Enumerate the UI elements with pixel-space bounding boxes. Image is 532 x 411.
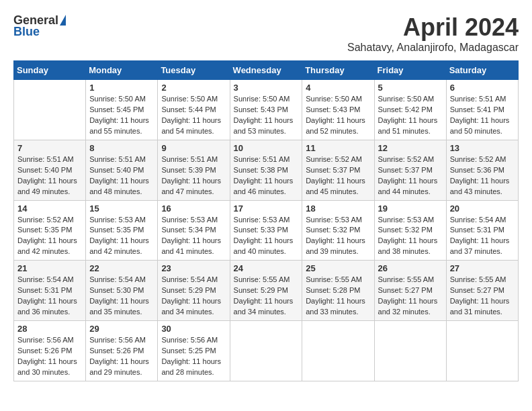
calendar-cell <box>14 80 86 140</box>
calendar-cell: 9Sunrise: 5:51 AMSunset: 5:39 PMDaylight… <box>158 140 230 200</box>
calendar-header-row: SundayMondayTuesdayWednesdayThursdayFrid… <box>14 61 519 80</box>
day-number: 25 <box>306 263 370 273</box>
calendar-cell: 25Sunrise: 5:55 AMSunset: 5:28 PMDayligh… <box>302 261 374 321</box>
day-number: 29 <box>89 324 154 334</box>
calendar-cell: 15Sunrise: 5:53 AMSunset: 5:35 PMDayligh… <box>86 200 158 261</box>
day-number: 9 <box>161 143 226 153</box>
day-detail: Sunrise: 5:56 AMSunset: 5:26 PMDaylight:… <box>17 335 82 378</box>
day-number: 5 <box>378 83 443 93</box>
day-detail: Sunrise: 5:51 AMSunset: 5:39 PMDaylight:… <box>161 154 226 197</box>
calendar-cell: 5Sunrise: 5:50 AMSunset: 5:42 PMDaylight… <box>374 80 446 140</box>
logo-triangle-icon <box>60 15 66 26</box>
calendar-cell: 23Sunrise: 5:54 AMSunset: 5:29 PMDayligh… <box>158 261 230 321</box>
day-number: 23 <box>161 263 226 273</box>
calendar-cell: 21Sunrise: 5:54 AMSunset: 5:31 PMDayligh… <box>14 261 86 321</box>
calendar-table: SundayMondayTuesdayWednesdayThursdayFrid… <box>13 60 519 381</box>
day-number: 17 <box>234 203 299 214</box>
day-detail: Sunrise: 5:50 AMSunset: 5:45 PMDaylight:… <box>89 94 154 137</box>
day-detail: Sunrise: 5:51 AMSunset: 5:40 PMDaylight:… <box>89 154 154 197</box>
day-number: 22 <box>89 263 154 273</box>
calendar-cell: 7Sunrise: 5:51 AMSunset: 5:40 PMDaylight… <box>14 140 86 200</box>
day-number: 7 <box>17 143 82 153</box>
calendar-subtitle: Sahatavy, Analanjirofo, Madagascar <box>347 42 519 54</box>
calendar-cell <box>374 321 446 381</box>
calendar-cell <box>302 321 374 381</box>
calendar-cell: 28Sunrise: 5:56 AMSunset: 5:26 PMDayligh… <box>14 321 86 381</box>
day-detail: Sunrise: 5:50 AMSunset: 5:42 PMDaylight:… <box>378 94 443 137</box>
day-detail: Sunrise: 5:50 AMSunset: 5:44 PMDaylight:… <box>161 94 226 137</box>
calendar-cell: 1Sunrise: 5:50 AMSunset: 5:45 PMDaylight… <box>86 80 158 140</box>
logo-blue: Blue <box>13 25 40 39</box>
day-detail: Sunrise: 5:56 AMSunset: 5:26 PMDaylight:… <box>89 335 154 378</box>
day-number: 16 <box>161 203 226 214</box>
calendar-cell: 18Sunrise: 5:53 AMSunset: 5:32 PMDayligh… <box>302 200 374 261</box>
day-detail: Sunrise: 5:53 AMSunset: 5:33 PMDaylight:… <box>234 215 299 258</box>
calendar-cell: 22Sunrise: 5:54 AMSunset: 5:30 PMDayligh… <box>86 261 158 321</box>
day-detail: Sunrise: 5:51 AMSunset: 5:40 PMDaylight:… <box>17 154 82 197</box>
calendar-cell: 6Sunrise: 5:51 AMSunset: 5:41 PMDaylight… <box>446 80 518 140</box>
calendar-cell: 8Sunrise: 5:51 AMSunset: 5:40 PMDaylight… <box>86 140 158 200</box>
calendar-cell: 26Sunrise: 5:55 AMSunset: 5:27 PMDayligh… <box>374 261 446 321</box>
day-number: 4 <box>306 83 370 93</box>
day-number: 1 <box>89 83 154 93</box>
day-detail: Sunrise: 5:53 AMSunset: 5:34 PMDaylight:… <box>161 215 226 258</box>
week-row-5: 28Sunrise: 5:56 AMSunset: 5:26 PMDayligh… <box>14 321 519 381</box>
day-number: 2 <box>161 83 226 93</box>
calendar-cell: 16Sunrise: 5:53 AMSunset: 5:34 PMDayligh… <box>158 200 230 261</box>
day-detail: Sunrise: 5:51 AMSunset: 5:41 PMDaylight:… <box>450 94 515 137</box>
day-detail: Sunrise: 5:56 AMSunset: 5:25 PMDaylight:… <box>161 335 226 378</box>
column-header-thursday: Thursday <box>302 61 374 80</box>
day-number: 3 <box>234 83 299 93</box>
calendar-title: April 2024 <box>347 13 519 42</box>
column-header-wednesday: Wednesday <box>230 61 302 80</box>
day-number: 19 <box>378 203 443 214</box>
calendar-cell: 13Sunrise: 5:52 AMSunset: 5:36 PMDayligh… <box>446 140 518 200</box>
day-detail: Sunrise: 5:54 AMSunset: 5:30 PMDaylight:… <box>89 275 154 318</box>
calendar-cell <box>446 321 518 381</box>
day-detail: Sunrise: 5:53 AMSunset: 5:32 PMDaylight:… <box>378 215 443 258</box>
day-detail: Sunrise: 5:52 AMSunset: 5:35 PMDaylight:… <box>17 215 82 258</box>
day-number: 6 <box>450 83 515 93</box>
day-detail: Sunrise: 5:55 AMSunset: 5:28 PMDaylight:… <box>306 275 370 318</box>
column-header-tuesday: Tuesday <box>158 61 230 80</box>
calendar-cell: 19Sunrise: 5:53 AMSunset: 5:32 PMDayligh… <box>374 200 446 261</box>
calendar-cell <box>230 321 302 381</box>
column-header-monday: Monday <box>86 61 158 80</box>
week-row-2: 7Sunrise: 5:51 AMSunset: 5:40 PMDaylight… <box>14 140 519 200</box>
day-detail: Sunrise: 5:53 AMSunset: 5:32 PMDaylight:… <box>306 215 370 258</box>
day-detail: Sunrise: 5:54 AMSunset: 5:31 PMDaylight:… <box>450 215 515 258</box>
day-number: 18 <box>306 203 370 214</box>
calendar-cell: 10Sunrise: 5:51 AMSunset: 5:38 PMDayligh… <box>230 140 302 200</box>
calendar-cell: 14Sunrise: 5:52 AMSunset: 5:35 PMDayligh… <box>14 200 86 261</box>
calendar-cell: 24Sunrise: 5:55 AMSunset: 5:29 PMDayligh… <box>230 261 302 321</box>
week-row-1: 1Sunrise: 5:50 AMSunset: 5:45 PMDaylight… <box>14 80 519 140</box>
day-detail: Sunrise: 5:50 AMSunset: 5:43 PMDaylight:… <box>306 94 370 137</box>
day-number: 21 <box>17 263 82 273</box>
day-detail: Sunrise: 5:52 AMSunset: 5:37 PMDaylight:… <box>306 154 370 197</box>
day-detail: Sunrise: 5:55 AMSunset: 5:27 PMDaylight:… <box>450 275 515 318</box>
day-detail: Sunrise: 5:55 AMSunset: 5:27 PMDaylight:… <box>378 275 443 318</box>
column-header-friday: Friday <box>374 61 446 80</box>
day-detail: Sunrise: 5:50 AMSunset: 5:43 PMDaylight:… <box>234 94 299 137</box>
day-detail: Sunrise: 5:53 AMSunset: 5:35 PMDaylight:… <box>89 215 154 258</box>
calendar-cell: 2Sunrise: 5:50 AMSunset: 5:44 PMDaylight… <box>158 80 230 140</box>
calendar-cell: 20Sunrise: 5:54 AMSunset: 5:31 PMDayligh… <box>446 200 518 261</box>
calendar-cell: 11Sunrise: 5:52 AMSunset: 5:37 PMDayligh… <box>302 140 374 200</box>
day-detail: Sunrise: 5:52 AMSunset: 5:36 PMDaylight:… <box>450 154 515 197</box>
calendar-cell: 12Sunrise: 5:52 AMSunset: 5:37 PMDayligh… <box>374 140 446 200</box>
day-detail: Sunrise: 5:51 AMSunset: 5:38 PMDaylight:… <box>234 154 299 197</box>
day-number: 28 <box>17 324 82 334</box>
day-number: 13 <box>450 143 515 153</box>
week-row-4: 21Sunrise: 5:54 AMSunset: 5:31 PMDayligh… <box>14 261 519 321</box>
day-number: 10 <box>234 143 299 153</box>
day-number: 26 <box>378 263 443 273</box>
day-number: 8 <box>89 143 154 153</box>
header: General Blue April 2024 Sahatavy, Analan… <box>13 13 519 54</box>
day-number: 24 <box>234 263 299 273</box>
calendar-cell: 29Sunrise: 5:56 AMSunset: 5:26 PMDayligh… <box>86 321 158 381</box>
column-header-sunday: Sunday <box>14 61 86 80</box>
logo: General Blue <box>13 13 66 39</box>
day-detail: Sunrise: 5:55 AMSunset: 5:29 PMDaylight:… <box>234 275 299 318</box>
day-number: 27 <box>450 263 515 273</box>
title-area: April 2024 Sahatavy, Analanjirofo, Madag… <box>347 13 519 54</box>
